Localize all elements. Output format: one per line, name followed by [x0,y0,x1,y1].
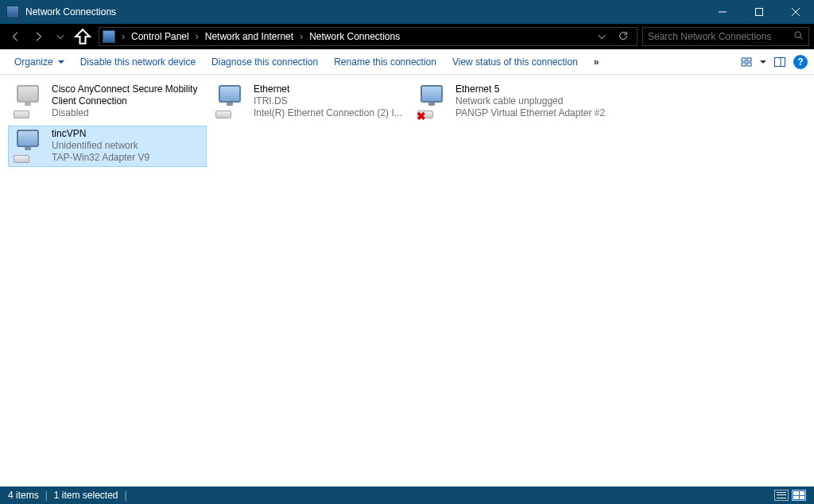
connection-status: Network cable unplugged [455,95,607,107]
maximize-button[interactable] [741,0,777,24]
details-view-button[interactable] [774,490,789,501]
view-status-label: View status of this connection [452,56,578,68]
forward-button[interactable] [27,25,49,48]
window-controls [704,0,814,24]
overflow-label: » [594,56,599,68]
search-input[interactable] [648,31,789,42]
network-adapter-icon [12,128,48,166]
navigation-bar: › Control Panel › Network and Internet ›… [0,24,814,49]
overflow-button[interactable]: » [586,53,607,71]
disable-label: Disable this network device [80,56,196,68]
svg-rect-6 [742,58,746,61]
breadcrumb-item[interactable]: Control Panel [128,29,192,44]
connection-item[interactable]: Cisco AnyConnect Secure Mobility Client … [8,81,207,122]
preview-pane-button[interactable] [771,53,789,71]
svg-rect-10 [775,57,785,66]
diagnose-button[interactable]: Diagnose this connection [204,53,326,71]
address-dropdown[interactable] [591,25,613,48]
search-icon [793,30,804,43]
chevron-right-icon: › [118,31,128,42]
connection-name: tincVPN [52,128,203,140]
dropdown-caret-icon [58,60,64,64]
svg-rect-9 [747,63,751,66]
connection-status: Disabled [52,107,203,119]
chevron-right-icon: › [192,31,202,42]
up-button[interactable] [72,25,94,48]
svg-rect-8 [742,63,746,66]
status-bar: 4 items | 1 item selected | [0,487,814,504]
selection-count: 1 item selected [54,490,118,501]
connection-text: Cisco AnyConnect Secure Mobility Client … [52,83,203,119]
connection-device: PANGP Virtual Ethernet Adapter #2 [455,107,607,119]
connection-status: ITRI.DS [254,95,405,107]
diagnose-label: Diagnose this connection [211,56,318,68]
connection-device: Intel(R) Ethernet Connection (2) I... [254,107,405,119]
location-icon [103,30,115,43]
connection-name: Ethernet [254,83,405,95]
status-separator: | [118,490,134,501]
connection-text: Ethernet 5Network cable unpluggedPANGP V… [455,83,607,119]
help-button[interactable]: ? [793,55,808,69]
network-adapter-icon [214,83,250,122]
connection-text: tincVPNUnidentified networkTAP-Win32 Ada… [52,128,203,164]
connection-device: TAP-Win32 Adapter V9 [52,152,203,164]
recent-dropdown[interactable] [49,25,72,48]
app-icon [6,6,19,18]
organize-label: Organize [14,56,53,68]
title-bar: Network Connections [0,0,814,24]
connection-status: Unidentified network [52,140,203,152]
connection-name: Ethernet 5 [455,83,607,95]
minimize-button[interactable] [704,0,741,24]
rename-button[interactable]: Rename this connection [326,53,444,71]
connection-name: Cisco AnyConnect Secure Mobility Client … [52,83,203,107]
breadcrumb-item[interactable]: Network and Internet [202,29,297,44]
search-box[interactable] [642,27,809,46]
disable-device-button[interactable]: Disable this network device [72,53,204,71]
content-area[interactable]: Cisco AnyConnect Secure Mobility Client … [0,75,814,487]
organize-button[interactable]: Organize [6,53,72,71]
view-status-button[interactable]: View status of this connection [444,53,586,71]
refresh-button[interactable] [613,30,634,44]
chevron-right-icon: › [297,31,306,42]
view-options-button[interactable] [738,53,755,71]
item-count: 4 items [8,490,39,501]
network-adapter-icon [12,83,48,122]
close-button[interactable] [777,0,814,24]
window-title: Network Connections [25,6,704,17]
tiles-view-button[interactable] [792,490,806,501]
connection-text: EthernetITRI.DSIntel(R) Ethernet Connect… [254,83,405,119]
svg-line-5 [800,37,803,40]
back-button[interactable] [5,25,27,48]
breadcrumb-item[interactable]: Network Connections [306,29,403,44]
connection-item[interactable]: ✖Ethernet 5Network cable unpluggedPANGP … [412,81,610,122]
view-switcher [774,490,806,501]
connection-item[interactable]: tincVPNUnidentified networkTAP-Win32 Ada… [8,126,207,167]
svg-point-4 [795,32,800,37]
rename-label: Rename this connection [334,56,436,68]
svg-rect-1 [756,9,763,16]
connection-item[interactable]: EthernetITRI.DSIntel(R) Ethernet Connect… [210,81,409,122]
unplugged-x-icon: ✖ [416,110,427,122]
dropdown-caret-icon[interactable] [760,60,766,64]
svg-rect-7 [747,58,751,61]
command-bar: Organize Disable this network device Dia… [0,49,814,75]
status-separator: | [39,490,54,501]
address-bar[interactable]: › Control Panel › Network and Internet ›… [99,27,638,46]
network-adapter-icon: ✖ [416,83,452,122]
